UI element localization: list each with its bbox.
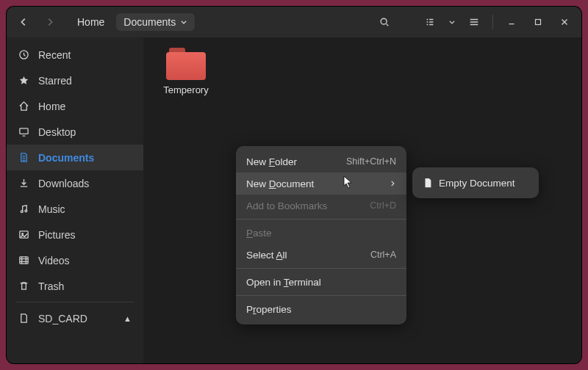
menu-properties[interactable]: Properties [236, 298, 406, 320]
menu-label: Select All [246, 250, 365, 261]
content-area[interactable]: Temperory New Folder Shift+Ctrl+N New Do… [143, 37, 581, 363]
folder-item[interactable]: Temperory [157, 48, 215, 95]
submenu-empty-document[interactable]: Empty Document [412, 172, 539, 194]
titlebar: Home Documents [7, 7, 581, 37]
list-icon [425, 17, 435, 27]
eject-icon[interactable]: ▲ [123, 314, 132, 323]
home-icon [18, 101, 29, 112]
document-icon [18, 152, 29, 163]
menu-label: Add to Bookmarks [246, 200, 364, 211]
svg-rect-8 [20, 257, 28, 264]
hamburger-menu-button[interactable] [463, 11, 485, 33]
sidebar-item-label: Downloads [38, 178, 132, 189]
desktop-icon [18, 126, 29, 137]
menu-label: Properties [246, 304, 396, 315]
video-icon [18, 255, 29, 266]
download-icon [18, 178, 29, 189]
menu-label: New Folder [246, 156, 340, 167]
sidebar-item-label: Music [38, 203, 132, 215]
view-list-button[interactable] [419, 11, 441, 33]
sidebar: Recent Starred Home Desktop Documents Do… [7, 37, 143, 363]
menu-new-document[interactable]: New Document [236, 173, 406, 195]
svg-point-4 [21, 211, 23, 213]
search-icon [379, 17, 390, 27]
chevron-down-icon [180, 18, 187, 26]
document-icon [423, 178, 433, 188]
menu-icon [469, 17, 479, 27]
folder-name: Temperory [157, 84, 215, 95]
svg-point-0 [381, 18, 387, 24]
menu-label: New Document [246, 178, 383, 189]
close-button[interactable] [553, 11, 576, 33]
sidebar-item-pictures[interactable]: Pictures [7, 222, 143, 247]
sidebar-item-home[interactable]: Home [7, 93, 143, 119]
maximize-button[interactable] [527, 11, 549, 33]
menu-shortcut: Ctrl+D [370, 200, 396, 211]
menu-new-folder[interactable]: New Folder Shift+Ctrl+N [236, 150, 406, 173]
sidebar-item-starred[interactable]: Starred [7, 68, 143, 93]
chevron-down-icon [448, 18, 456, 26]
picture-icon [18, 229, 29, 240]
breadcrumb-current[interactable]: Documents [116, 13, 195, 31]
sidebar-item-sdcard[interactable]: SD_CARD ▲ [7, 305, 143, 331]
sidebar-item-label: Documents [38, 152, 132, 164]
sidebar-item-label: Pictures [38, 229, 132, 241]
sidebar-item-trash[interactable]: Trash [7, 273, 143, 299]
trash-icon [18, 280, 29, 291]
view-dropdown-button[interactable] [445, 11, 459, 33]
menu-add-bookmarks: Add to Bookmarks Ctrl+D [236, 195, 406, 217]
sdcard-icon [18, 313, 29, 324]
music-icon [18, 203, 29, 214]
menu-label: Paste [246, 228, 396, 239]
menu-paste: Paste [236, 222, 406, 244]
folder-icon [166, 48, 206, 80]
file-manager-window: Home Documents [7, 7, 581, 363]
sidebar-item-label: Starred [38, 75, 132, 87]
svg-point-7 [22, 233, 24, 235]
sidebar-item-label: SD_CARD [38, 313, 115, 324]
svg-rect-1 [536, 20, 541, 25]
star-icon [18, 75, 29, 86]
sidebar-item-label: Home [38, 101, 132, 112]
sidebar-item-label: Desktop [38, 126, 132, 138]
menu-label: Open in Terminal [246, 277, 396, 288]
sidebar-item-recent[interactable]: Recent [7, 42, 143, 68]
submenu-new-document: Empty Document [412, 167, 539, 198]
sidebar-item-label: Videos [38, 255, 132, 266]
sidebar-item-music[interactable]: Music [7, 196, 143, 222]
sidebar-item-videos[interactable]: Videos [7, 247, 143, 273]
sidebar-item-downloads[interactable]: Downloads [7, 170, 143, 196]
menu-select-all[interactable]: Select All Ctrl+A [236, 244, 406, 266]
sidebar-item-label: Recent [38, 49, 132, 61]
menu-shortcut: Ctrl+A [370, 250, 396, 260]
back-button[interactable] [12, 11, 35, 33]
breadcrumb-current-label: Documents [123, 16, 176, 28]
sidebar-item-documents[interactable]: Documents [7, 145, 143, 170]
menu-open-terminal[interactable]: Open in Terminal [236, 271, 406, 293]
breadcrumb-home-label: Home [77, 16, 104, 28]
context-menu: New Folder Shift+Ctrl+N New Document Add… [236, 146, 406, 324]
chevron-right-icon [389, 180, 396, 187]
sidebar-item-label: Trash [38, 280, 132, 292]
breadcrumb-home[interactable]: Home [65, 13, 112, 31]
sidebar-item-desktop[interactable]: Desktop [7, 119, 143, 145]
clock-icon [18, 49, 29, 60]
submenu-label: Empty Document [439, 178, 528, 189]
svg-point-5 [25, 210, 27, 212]
minimize-button[interactable] [501, 11, 523, 33]
svg-rect-3 [20, 128, 28, 134]
forward-button[interactable] [39, 11, 61, 33]
search-button[interactable] [373, 11, 395, 33]
menu-shortcut: Shift+Ctrl+N [346, 156, 396, 167]
